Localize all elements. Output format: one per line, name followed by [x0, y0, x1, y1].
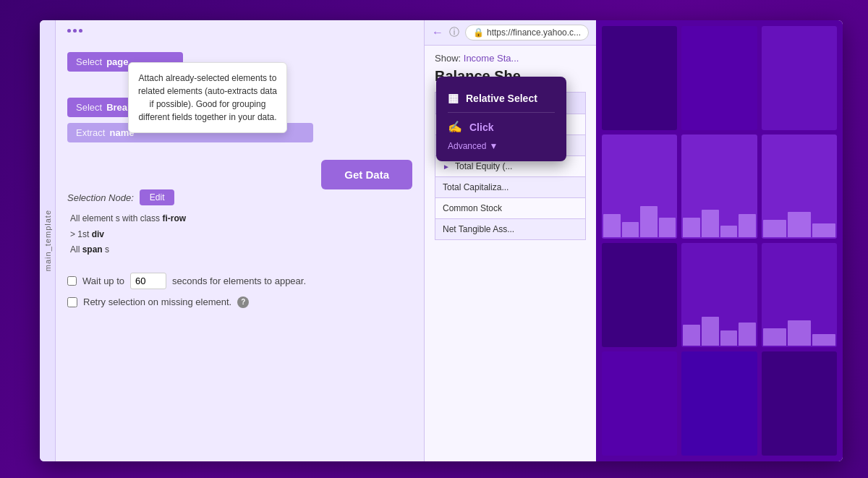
select-label: Select — [76, 56, 102, 67]
popup-divider — [448, 112, 555, 113]
selection-info: All element s with class fi-row > 1st di… — [70, 211, 412, 258]
popup-click[interactable]: ✍ Click — [448, 116, 555, 138]
edit-button[interactable]: Edit — [140, 189, 175, 205]
wait-prefix: Wait up to — [82, 276, 124, 286]
url-text: https://finance.yahoo.c... — [487, 27, 581, 38]
extract-label: Extract — [76, 127, 105, 138]
selection-line-3: All span s — [70, 242, 412, 258]
deco-cell-9 — [762, 243, 837, 347]
dot-2 — [73, 29, 77, 33]
sidebar-label: main_template — [40, 20, 56, 461]
sidebar-label-text: main_template — [43, 210, 52, 271]
table-row[interactable]: Common Stock — [435, 198, 586, 219]
deco-panel — [596, 20, 843, 461]
wait-input[interactable] — [130, 273, 166, 289]
deco-cell-11 — [681, 351, 757, 456]
row-common-stock: Common Stock — [435, 198, 586, 219]
bar — [640, 206, 658, 237]
deco-grid — [596, 20, 843, 461]
bar — [659, 218, 676, 237]
table-row[interactable]: Net Tangible Ass... — [435, 219, 586, 240]
bar — [763, 328, 786, 346]
selection-line-1: All element s with class fi-row — [70, 211, 412, 227]
select-value: page — [106, 56, 128, 67]
bar — [739, 214, 756, 237]
deco-cell-10 — [602, 351, 677, 456]
tooltip-text: Attach already-selected elements to rela… — [138, 73, 277, 122]
popup-menu: ▦ Relative Select ✍ Click Advanced ▼ — [436, 77, 566, 161]
deco-cell-8 — [681, 243, 757, 347]
deco-cell-4 — [602, 135, 677, 239]
deco-cell-5 — [681, 135, 757, 239]
click-label: Click — [469, 121, 493, 133]
bar — [788, 212, 811, 237]
dot-1 — [67, 29, 71, 33]
browser-panel: ← ⓘ 🔒 https://finance.yahoo.c... Show: I… — [425, 20, 596, 461]
bar — [702, 317, 719, 346]
relative-select-label: Relative Select — [466, 93, 537, 104]
relative-select-icon: ▦ — [448, 91, 459, 105]
info-icon: ⓘ — [449, 26, 459, 39]
wait-section: Wait up to seconds for elements to appea… — [67, 273, 412, 289]
show-label: Show: — [435, 53, 461, 64]
back-button[interactable]: ← — [432, 26, 443, 39]
tooltip-box: Attach already-selected elements to rela… — [128, 62, 287, 133]
bar — [812, 223, 835, 237]
bar — [788, 320, 811, 346]
selection-node-section: Selection Node: Edit All element s with … — [67, 189, 412, 258]
selection-node-label: Selection Node: Edit — [67, 189, 412, 205]
popup-advanced[interactable]: Advanced ▼ — [448, 138, 555, 151]
row-total-capitalization: Total Capitaliza... — [435, 177, 586, 198]
deco-cell-12 — [762, 351, 837, 456]
retry-checkbox[interactable] — [67, 297, 77, 307]
dots-menu[interactable] — [67, 29, 82, 33]
bar — [739, 323, 756, 346]
wait-suffix: seconds for elements to appear. — [172, 276, 306, 286]
bar — [812, 334, 835, 346]
retry-label: Retry selection on missing element. — [83, 296, 231, 307]
right-section: ← ⓘ 🔒 https://finance.yahoo.c... Show: I… — [425, 20, 843, 461]
bar — [702, 210, 719, 237]
retry-row: Retry selection on missing element. ? — [67, 296, 412, 308]
deco-cell-3 — [762, 26, 837, 130]
click-icon: ✍ — [448, 120, 462, 134]
bar — [683, 218, 700, 237]
advanced-label: Advanced — [448, 141, 486, 151]
breakdown-label: Select — [76, 102, 102, 113]
bar — [683, 325, 700, 346]
bar — [763, 220, 786, 237]
bar — [720, 330, 738, 346]
bar — [720, 226, 738, 237]
help-icon[interactable]: ? — [237, 296, 249, 308]
expand-arrow: ► — [443, 163, 450, 171]
row-net-tangible: Net Tangible Ass... — [435, 219, 586, 240]
wait-checkbox[interactable] — [67, 276, 77, 286]
deco-cell-6 — [762, 135, 837, 239]
bar — [603, 214, 621, 237]
bar — [622, 222, 639, 237]
show-row: Show: Income Sta... — [435, 53, 586, 64]
lock-icon: 🔒 — [473, 27, 484, 38]
browser-bar: ← ⓘ 🔒 https://finance.yahoo.c... — [425, 20, 596, 46]
table-row[interactable]: Total Capitaliza... — [435, 177, 586, 198]
show-value[interactable]: Income Sta... — [464, 53, 519, 64]
main-window: main_template Select page Attach already… — [40, 20, 843, 461]
url-bar[interactable]: 🔒 https://finance.yahoo.c... — [465, 25, 589, 40]
outer-background: main_template Select page Attach already… — [0, 0, 868, 478]
selection-node-title: Selection Node: — [67, 192, 134, 203]
left-panel: Select page Attach already-selected elem… — [56, 20, 425, 461]
get-data-button[interactable]: Get Data — [321, 160, 412, 189]
deco-cell-7 — [602, 243, 677, 347]
chevron-down-icon: ▼ — [489, 141, 498, 151]
selection-line-2: > 1st div — [70, 227, 412, 243]
popup-relative-select[interactable]: ▦ Relative Select — [448, 87, 555, 109]
deco-cell-1 — [602, 26, 677, 130]
deco-cell-2 — [681, 26, 757, 130]
dot-3 — [79, 29, 82, 33]
